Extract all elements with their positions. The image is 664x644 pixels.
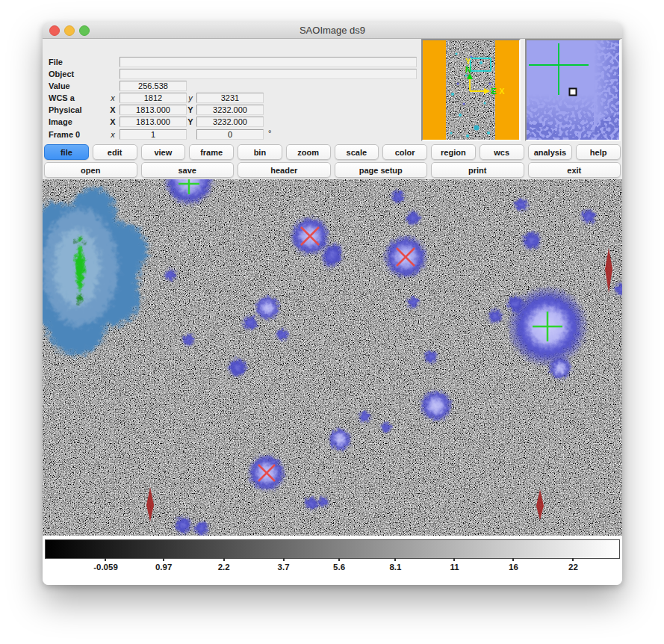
menu-view[interactable]: view xyxy=(141,144,186,160)
image-y-field[interactable]: 3232.000 xyxy=(196,117,264,127)
wcs-label: WCS a xyxy=(49,93,111,103)
open-button[interactable]: open xyxy=(44,162,137,178)
save-button[interactable]: save xyxy=(141,162,235,178)
frame-rotation-field[interactable]: 0 xyxy=(196,129,264,140)
wcs-y-field[interactable]: 3231 xyxy=(196,93,264,103)
physical-x-field[interactable]: 1813.000 xyxy=(120,105,187,115)
physical-y-key: Y xyxy=(186,105,195,115)
exit-button[interactable]: exit xyxy=(528,162,621,178)
colorbar-label: 0.97 xyxy=(155,563,172,572)
north-label: N xyxy=(465,65,471,74)
menu-region[interactable]: region xyxy=(431,144,476,160)
page-setup-button[interactable]: page setup xyxy=(335,162,428,178)
colorbar-gradient[interactable] xyxy=(45,539,620,559)
frame-label: Frame 0 xyxy=(49,129,111,140)
frame-x-field[interactable]: 1 xyxy=(120,129,187,140)
image-x-field[interactable]: 1813.000 xyxy=(120,117,187,127)
colorbar-label: 16 xyxy=(509,563,518,572)
titlebar: SAOImage ds9 xyxy=(43,22,622,39)
colorbar-tick xyxy=(453,558,455,561)
colorbar-tick xyxy=(105,558,106,561)
image-x-key: X xyxy=(108,117,117,127)
colorbar-label: 11 xyxy=(450,563,459,572)
colorbar-label: 3.7 xyxy=(278,563,290,572)
menubar: file edit view frame bin zoom scale colo… xyxy=(44,144,621,160)
image-label: Image xyxy=(49,117,111,127)
file-field[interactable] xyxy=(120,57,417,67)
menu-edit[interactable]: edit xyxy=(93,144,137,160)
colorbar-label: -0.059 xyxy=(93,563,118,572)
colorbar-strip: -0.059 0.97 2.2 3.7 5.6 8.1 11 16 22 xyxy=(43,536,622,585)
print-button[interactable]: print xyxy=(431,162,524,178)
menu-wcs[interactable]: wcs xyxy=(480,144,524,160)
physical-y-field[interactable]: 3232.000 xyxy=(196,105,264,115)
physical-label: Physical xyxy=(49,105,111,115)
colorbar-tick xyxy=(394,558,396,561)
object-field[interactable] xyxy=(120,69,417,79)
wcs-x-key: x xyxy=(108,93,117,103)
menu-scale[interactable]: scale xyxy=(335,144,379,160)
frame-x-key: x xyxy=(108,129,117,140)
colorbar-tick xyxy=(572,558,574,561)
menu-analysis[interactable]: analysis xyxy=(528,144,573,160)
colorbar-label: 2.2 xyxy=(218,563,230,572)
wcs-y-key: y xyxy=(186,93,195,103)
header-button[interactable]: header xyxy=(238,162,331,178)
colorbar-tick xyxy=(338,558,340,561)
menu-file[interactable]: file xyxy=(44,144,89,160)
image-y-key: Y xyxy=(186,117,195,127)
menu-help[interactable]: help xyxy=(576,144,621,160)
colorbar-tick xyxy=(163,558,164,561)
file-submenu-bar: open save header page setup print exit xyxy=(44,162,621,178)
colorbar-tick xyxy=(223,558,225,561)
file-label: File xyxy=(49,57,111,67)
value-field[interactable]: 256.538 xyxy=(120,81,187,91)
image-canvas[interactable] xyxy=(43,179,622,536)
x-axis-label: X xyxy=(499,87,505,96)
menu-bin[interactable]: bin xyxy=(238,144,282,160)
degree-symbol: ° xyxy=(268,128,271,138)
menu-frame[interactable]: frame xyxy=(189,144,234,160)
colorbar-tick xyxy=(512,558,514,561)
colorbar-tick xyxy=(283,558,285,561)
panner[interactable]: Y N E X xyxy=(421,39,521,141)
menu-color[interactable]: color xyxy=(382,144,427,160)
physical-x-key: X xyxy=(108,105,117,115)
menu-zoom[interactable]: zoom xyxy=(286,144,331,160)
magnifier-cursor xyxy=(570,89,577,96)
wcs-x-field[interactable]: 1812 xyxy=(120,93,187,103)
colorbar-label: 5.6 xyxy=(333,563,345,572)
east-label: E xyxy=(491,87,496,96)
magnifier[interactable] xyxy=(525,39,621,141)
colorbar-label: 22 xyxy=(568,563,578,572)
window-title: SAOImage ds9 xyxy=(43,22,622,38)
ds9-window: SAOImage ds9 File Object Value 256.538 W… xyxy=(43,22,622,585)
colorbar-label: 8.1 xyxy=(389,563,401,572)
object-label: Object xyxy=(49,69,111,79)
value-label: Value xyxy=(49,81,111,91)
